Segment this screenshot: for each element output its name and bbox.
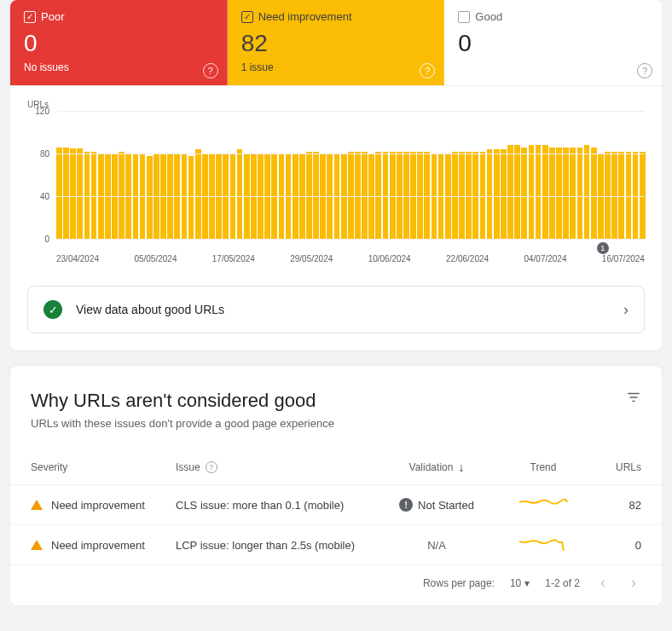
xtick: 23/04/2024 [56,254,99,263]
chart-bar [626,152,632,240]
chart-bar [70,148,76,239]
status-sub: No issues [24,61,213,73]
chart-bar [480,152,486,240]
sort-down-icon: ↓ [458,460,464,474]
chart-xaxis: 23/04/202405/05/202417/05/202429/05/2024… [56,254,645,263]
chart-bar [556,148,562,240]
pagination: Rows per page: 10 ▾ 1-2 of 2 ‹ › [10,565,662,605]
col-severity[interactable]: Severity [31,461,176,473]
rows-per-page-select[interactable]: 10 ▾ [510,577,530,589]
help-icon[interactable]: ? [420,63,435,78]
status-label: Need improvement [258,10,352,23]
chart-bar [577,148,583,240]
issue-text: CLS issue: more than 0.1 (mobile) [176,499,377,512]
issue-row[interactable]: Need improvementCLS issue: more than 0.1… [10,485,662,525]
xtick: 05/05/2024 [134,254,177,263]
chart-bar [529,145,535,239]
status-tile-need-improvement[interactable]: ✓ Need improvement 82 1 issue ? [228,0,445,85]
ytick: 80 [40,149,49,159]
chart-bar [91,152,97,240]
chart-bar [507,145,513,239]
chart-bar [494,149,500,239]
chart-bar [563,148,569,240]
chart-bar [348,152,354,240]
xtick: 22/06/2024 [446,254,489,263]
status-tile-poor[interactable]: ✓ Poor 0 No issues ? [10,0,228,85]
xtick: 29/05/2024 [290,254,333,263]
chart-marker[interactable]: 1 [597,242,609,254]
issues-table-header: Severity Issue ? Validation ↓ Trend URLs [10,450,662,485]
issues-card: Why URLs aren't considered good URLs wit… [10,366,662,605]
col-issue[interactable]: Issue ? [176,461,377,473]
chart-bar [77,148,83,239]
help-icon[interactable]: ? [637,63,652,78]
status-strip: ✓ Poor 0 No issues ? ✓ Need improvement … [10,0,662,86]
xtick: 04/07/2024 [524,254,566,263]
severity-text: Need improvement [51,539,145,552]
issue-text: LCP issue: longer than 2.5s (mobile) [176,539,377,552]
chart-bar [424,152,430,240]
chart-bar [147,156,153,240]
chart-bar [237,149,243,239]
chart-bar [640,152,646,240]
view-good-urls-row[interactable]: ✓ View data about good URLs › [27,286,645,333]
chart-bar [487,149,493,239]
status-label: Poor [41,10,64,23]
col-urls[interactable]: URLs [590,461,641,473]
xtick: 16/07/2024 [602,254,645,263]
urls-count: 82 [590,499,641,512]
warning-icon [31,500,43,510]
status-count: 0 [458,30,647,57]
page-range: 1-2 of 2 [545,577,580,589]
chart-bar [119,152,125,240]
performance-card: ✓ Poor 0 No issues ? ✓ Need improvement … [10,0,662,350]
chart-bar [375,152,381,240]
chart-bar [618,152,624,240]
check-circle-icon: ✓ [43,300,62,319]
chart-bar [417,152,423,240]
checkbox-icon [458,11,470,23]
chart-bar [549,148,555,240]
chart-ylabel: URLs [27,100,645,109]
chevron-right-icon: › [623,301,629,319]
chart-bar [591,148,597,240]
chart-bar [390,152,396,240]
help-icon[interactable]: ? [203,63,218,78]
chart-bar [542,145,548,239]
validation-cell: N/A [377,539,496,552]
issue-row[interactable]: Need improvementLCP issue: longer than 2… [10,525,662,565]
not-started-icon: ! [399,498,413,512]
chart-bar [514,145,520,239]
col-validation[interactable]: Validation ↓ [377,460,496,474]
chart-bar [501,149,507,239]
ytick: 0 [44,234,49,244]
xtick: 10/06/2024 [368,254,411,263]
checkbox-icon: ✓ [241,11,253,23]
issues-subtitle: URLs with these issues don't provide a g… [31,417,334,430]
next-page-button[interactable]: › [626,574,641,592]
status-label: Good [475,10,502,23]
status-count: 82 [241,30,431,57]
col-trend[interactable]: Trend [496,461,590,473]
issues-title: Why URLs aren't considered good [31,390,334,412]
chart-bar [459,152,465,240]
chart-bar [313,152,319,240]
checkbox-icon: ✓ [24,11,36,23]
chart-bar [584,145,590,239]
filter-icon[interactable] [626,390,641,409]
validation-cell: !Not Started [377,498,496,512]
prev-page-button[interactable]: ‹ [595,574,611,592]
chart-bar [605,152,611,240]
chart-bar [472,152,478,240]
chart-bar [84,152,90,240]
chart-bar [611,152,617,240]
chart-bar [383,152,389,240]
chart-bar [56,148,62,240]
help-icon[interactable]: ? [206,461,217,473]
status-tile-good[interactable]: Good 0 ? [444,0,662,85]
trend-cell [496,537,590,553]
url-chart: URLs 04080120 1 23/04/202405/05/202417/0… [10,86,662,270]
chart-bar [570,148,576,240]
ytick: 40 [40,192,49,201]
xtick: 17/05/2024 [212,254,255,263]
